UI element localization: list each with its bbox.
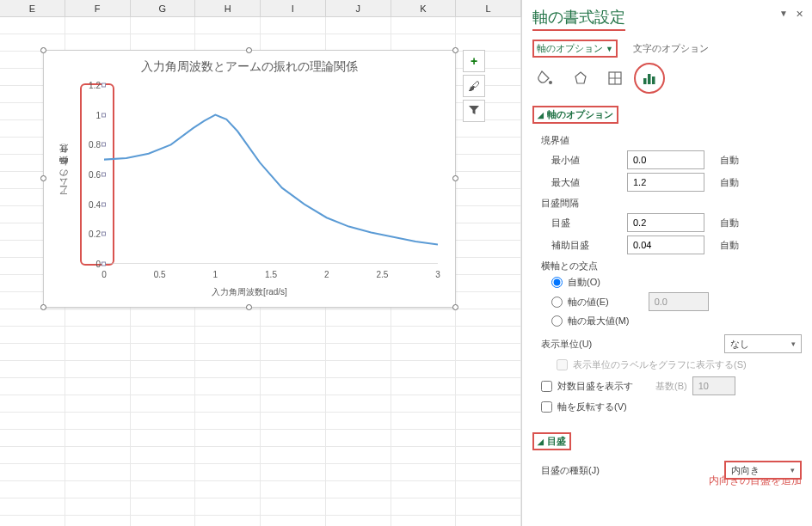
plot-area[interactable]: 00.20.40.60.811.2 00.511.522.53 <box>104 85 438 264</box>
cross-max-label: 軸の最大値(M) <box>568 315 630 327</box>
plus-icon: + <box>471 54 477 68</box>
col-header[interactable]: L <box>456 0 521 16</box>
column-headers: E F G H I J K L <box>0 0 521 17</box>
major-auto[interactable]: 自動 <box>720 217 739 229</box>
x-tick-label: 0.5 <box>154 270 166 279</box>
resize-handle[interactable] <box>452 304 458 310</box>
crosses-label: 横軸との交点 <box>541 260 802 272</box>
col-header[interactable]: K <box>391 0 457 16</box>
size-properties-tab-icon[interactable] <box>605 68 625 89</box>
bounds-label: 境界値 <box>541 134 802 147</box>
resize-handle[interactable] <box>40 47 46 53</box>
x-tick-label: 2 <box>324 270 329 279</box>
col-header[interactable]: E <box>0 0 65 16</box>
y-tick-selection-handle <box>102 173 106 177</box>
x-tick-label: 1.5 <box>265 270 277 279</box>
min-label: 最小値 <box>551 154 620 167</box>
min-input[interactable] <box>627 150 704 169</box>
display-unit-label-checkbox <box>557 359 568 370</box>
axis-options-tab-icon[interactable] <box>639 68 660 89</box>
y-tick-selection-handle <box>102 143 106 147</box>
x-tick-label: 3 <box>435 270 440 279</box>
minor-auto[interactable]: 自動 <box>720 239 739 252</box>
col-header[interactable]: F <box>65 0 131 16</box>
display-unit-label-text: 表示単位のラベルをグラフに表示する(S) <box>573 358 747 371</box>
fill-line-tab-icon[interactable] <box>536 68 557 89</box>
min-auto[interactable]: 自動 <box>720 154 739 167</box>
col-header[interactable]: H <box>195 0 261 16</box>
log-base-label: 基数(B) <box>655 380 687 393</box>
y-tick-selection-handle <box>102 113 106 117</box>
text-options-category[interactable]: 文字のオプション <box>633 42 709 55</box>
resize-handle[interactable] <box>246 304 252 310</box>
y-tick-label: 0.6 <box>77 170 101 180</box>
cross-value-radio[interactable] <box>551 297 563 308</box>
pane-title: 軸の書式設定 <box>532 7 625 31</box>
cross-value-label: 軸の値(E) <box>568 296 609 309</box>
chart-side-buttons: + 🖌 <box>463 50 485 122</box>
resize-handle[interactable] <box>452 47 458 53</box>
svg-rect-8 <box>652 76 655 84</box>
reverse-axis-checkbox[interactable] <box>541 401 552 413</box>
resize-handle[interactable] <box>40 175 46 181</box>
y-tick-label: 1.2 <box>77 81 101 90</box>
max-auto[interactable]: 自動 <box>720 176 739 189</box>
svg-rect-6 <box>643 78 647 84</box>
svg-rect-7 <box>648 74 651 84</box>
y-tick-label: 0.8 <box>77 140 101 150</box>
effects-tab-icon[interactable] <box>570 68 591 89</box>
format-axis-pane: ▼ ✕ 軸の書式設定 軸のオプション▼ 文字のオプション ◢軸のオプション 境界… <box>521 0 812 526</box>
x-axis-label[interactable]: 入力角周波数[rad/s] <box>212 286 287 298</box>
axis-options-category[interactable]: 軸のオプション▼ <box>532 40 618 58</box>
tick-type-select[interactable]: 内向き▾ <box>724 461 802 480</box>
col-header[interactable]: I <box>261 0 326 16</box>
close-pane-button[interactable]: ✕ <box>796 9 803 20</box>
minor-unit-input[interactable] <box>627 235 704 254</box>
major-unit-label: 目盛 <box>551 217 620 229</box>
x-tick-label: 2.5 <box>376 270 388 279</box>
y-tick-selection-handle <box>102 202 106 206</box>
chart-filter-button[interactable] <box>463 100 485 122</box>
tick-marks-section-header[interactable]: ◢目盛 <box>532 432 571 450</box>
svg-marker-2 <box>575 72 586 83</box>
y-tick-label: 0.2 <box>77 229 101 239</box>
resize-handle[interactable] <box>246 47 252 53</box>
col-header[interactable]: J <box>326 0 391 16</box>
y-tick-selection-handle <box>102 262 106 266</box>
x-tick-label: 0 <box>102 270 107 279</box>
y-tick-label: 0 <box>77 260 101 269</box>
log-scale-label: 対数目盛を表示す <box>557 380 633 393</box>
y-tick-label: 1 <box>77 110 101 119</box>
x-tick-label: 1 <box>213 270 218 279</box>
max-label: 最大値 <box>551 176 620 189</box>
col-header[interactable]: G <box>131 0 196 16</box>
resize-handle[interactable] <box>40 304 46 310</box>
funnel-icon <box>468 104 480 119</box>
chart-object[interactable]: 入力角周波数とアームの振れの理論関係 アームの振れ[任意] 入力角周波数[rad… <box>43 50 456 308</box>
display-unit-select[interactable]: なし▾ <box>724 334 802 353</box>
units-label: 目盛間隔 <box>541 197 802 210</box>
cross-auto-radio[interactable] <box>551 277 563 288</box>
resize-handle[interactable] <box>452 175 458 181</box>
log-base-input <box>692 376 735 395</box>
tick-type-label: 目盛の種類(J) <box>541 464 600 477</box>
y-tick-label: 0.4 <box>77 199 101 209</box>
y-axis-label[interactable]: アームの振れ[任意] <box>58 157 70 200</box>
display-unit-label: 表示単位(U) <box>541 338 592 351</box>
chart-title[interactable]: 入力角周波数とアームの振れの理論関係 <box>44 51 455 78</box>
pane-dropdown-icon[interactable]: ▼ <box>779 9 788 18</box>
chart-svg <box>104 85 438 264</box>
brush-icon: 🖌 <box>468 79 480 93</box>
minor-unit-label: 補助目盛 <box>551 239 620 252</box>
chart-styles-button[interactable]: 🖌 <box>463 75 485 97</box>
major-unit-input[interactable] <box>627 213 704 232</box>
svg-point-1 <box>549 81 552 84</box>
max-input[interactable] <box>627 173 704 192</box>
cross-value-input <box>649 292 709 311</box>
chart-add-element-button[interactable]: + <box>463 50 485 72</box>
reverse-axis-label: 軸を反転する(V) <box>557 401 627 413</box>
axis-options-section-header[interactable]: ◢軸のオプション <box>532 106 618 124</box>
cross-max-radio[interactable] <box>551 315 563 327</box>
log-scale-checkbox[interactable] <box>541 381 552 392</box>
spreadsheet-area: E F G H I J K L // rows generated after … <box>0 0 521 526</box>
